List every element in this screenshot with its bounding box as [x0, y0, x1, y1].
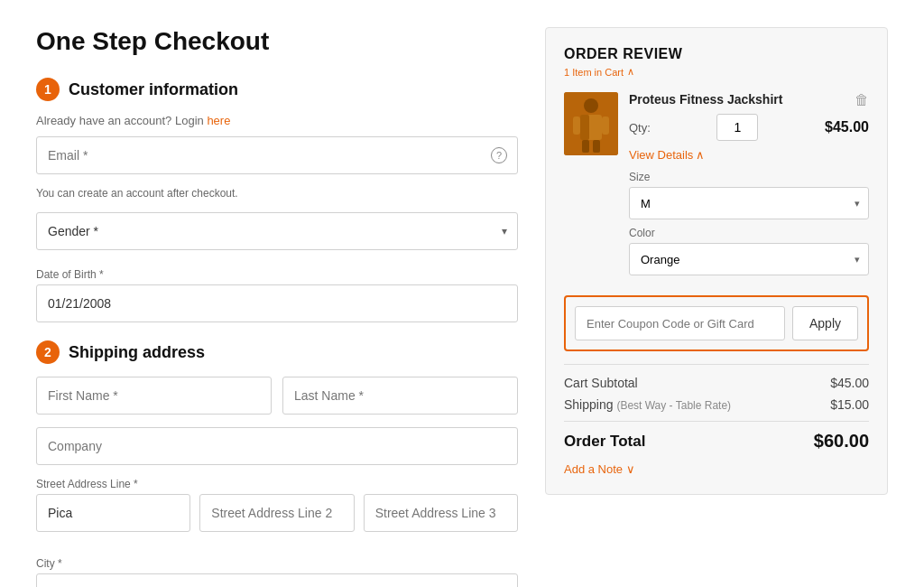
- left-column: One Step Checkout 1 Customer information…: [36, 27, 518, 587]
- dob-field-group: Date of Birth *: [36, 268, 518, 322]
- cart-item: Proteus Fitness Jackshirt 🗑 Qty: $45.00 …: [564, 92, 869, 283]
- street2-group: [199, 494, 354, 532]
- first-name-group: [36, 377, 272, 415]
- right-column: ORDER REVIEW 1 Item in Cart ∧: [545, 27, 888, 587]
- svg-rect-7: [593, 140, 600, 153]
- svg-rect-6: [582, 140, 589, 153]
- street-label: Street Address Line *: [36, 478, 518, 490]
- account-note: You can create an account after checkout…: [36, 187, 518, 200]
- gender-select[interactable]: Gender * Male Female Other: [36, 212, 518, 250]
- name-row: [36, 377, 518, 427]
- qty-row: Qty: $45.00: [629, 114, 869, 141]
- svg-point-1: [584, 98, 598, 113]
- color-option-group: Color Orange Blue Black Grey ▾: [629, 227, 869, 275]
- street3-group: [364, 494, 518, 532]
- company-input[interactable]: [36, 427, 518, 465]
- cart-item-info: Proteus Fitness Jackshirt 🗑 Qty: $45.00 …: [629, 92, 869, 283]
- city-label: City *: [36, 557, 518, 570]
- dob-label: Date of Birth *: [36, 268, 518, 281]
- shipping-section-header: 2 Shipping address: [36, 340, 518, 364]
- last-name-input[interactable]: [282, 377, 518, 415]
- address-row: [36, 494, 518, 545]
- customer-section-title: Customer information: [69, 80, 238, 99]
- subtotal-label: Cart Subtotal: [564, 376, 638, 390]
- email-field-group: ?: [36, 136, 518, 174]
- svg-rect-5: [602, 116, 609, 135]
- gender-select-wrapper: Gender * Male Female Other ▾: [36, 212, 518, 250]
- add-note-chevron-icon: ∨: [626, 462, 635, 476]
- svg-rect-3: [580, 115, 589, 140]
- order-review-title: ORDER REVIEW: [564, 46, 869, 62]
- coupon-section: Apply: [564, 295, 869, 351]
- qty-input[interactable]: [716, 114, 758, 141]
- subtotal-value: $45.00: [830, 376, 869, 390]
- coupon-input[interactable]: [575, 306, 785, 340]
- cart-count: 1 Item in Cart ∧: [564, 66, 869, 78]
- shipping-label: Shipping (Best Way - Table Rate): [564, 397, 731, 412]
- product-name: Proteus Fitness Jackshirt: [629, 92, 782, 107]
- street3-input[interactable]: [364, 494, 518, 532]
- shipping-row: Shipping (Best Way - Table Rate) $15.00: [564, 397, 869, 412]
- order-total-value: $60.00: [814, 431, 869, 452]
- email-input[interactable]: [36, 136, 518, 174]
- size-select-wrapper: XS S M L XL ▾: [629, 187, 869, 219]
- first-name-input[interactable]: [36, 377, 272, 415]
- order-review-box: ORDER REVIEW 1 Item in Cart ∧: [545, 27, 888, 495]
- login-note: Already have an account? Login here: [36, 114, 518, 127]
- color-label: Color: [629, 227, 869, 239]
- cart-collapse-icon[interactable]: ∧: [627, 66, 634, 78]
- qty-label: Qty:: [629, 121, 651, 135]
- last-name-group: [282, 377, 518, 415]
- city-input[interactable]: [36, 573, 518, 587]
- page-title: One Step Checkout: [36, 27, 518, 56]
- shipping-value: $15.00: [830, 397, 869, 412]
- view-details-icon: ∧: [696, 148, 705, 162]
- size-label: Size: [629, 171, 869, 183]
- color-select[interactable]: Orange Blue Black Grey: [629, 243, 869, 275]
- size-select[interactable]: XS S M L XL: [629, 187, 869, 219]
- street1-input[interactable]: [36, 494, 190, 532]
- street1-group: [36, 494, 190, 532]
- step-2-badge: 2: [36, 340, 60, 364]
- add-note-toggle[interactable]: Add a Note ∨: [564, 462, 869, 476]
- dob-input[interactable]: [36, 284, 518, 322]
- gender-field-group: Gender * Male Female Other ▾: [36, 212, 518, 250]
- street-address-group: Street Address Line *: [36, 478, 518, 545]
- svg-rect-4: [573, 116, 580, 135]
- cart-item-header: Proteus Fitness Jackshirt 🗑: [629, 92, 869, 108]
- subtotal-row: Cart Subtotal $45.00: [564, 376, 869, 390]
- customer-section-header: 1 Customer information: [36, 78, 518, 101]
- shipping-note: (Best Way - Table Rate): [616, 399, 731, 412]
- street2-input[interactable]: [199, 494, 354, 532]
- view-details-toggle[interactable]: View Details ∧: [629, 148, 869, 162]
- order-total-row: Order Total $60.00: [564, 421, 869, 452]
- product-image: [564, 92, 618, 155]
- totals-section: Cart Subtotal $45.00 Shipping (Best Way …: [564, 364, 869, 452]
- step-1-badge: 1: [36, 78, 60, 101]
- company-group: [36, 427, 518, 465]
- apply-button[interactable]: Apply: [792, 306, 858, 340]
- size-option-group: Size XS S M L XL ▾: [629, 171, 869, 219]
- color-select-wrapper: Orange Blue Black Grey ▾: [629, 243, 869, 275]
- order-total-label: Order Total: [564, 433, 645, 451]
- login-link[interactable]: here: [207, 114, 230, 127]
- shipping-section-title: Shipping address: [69, 343, 205, 362]
- city-group: City *: [36, 557, 518, 587]
- delete-item-icon[interactable]: 🗑: [855, 92, 869, 108]
- email-help-icon[interactable]: ?: [491, 147, 507, 163]
- item-price: $45.00: [825, 119, 869, 135]
